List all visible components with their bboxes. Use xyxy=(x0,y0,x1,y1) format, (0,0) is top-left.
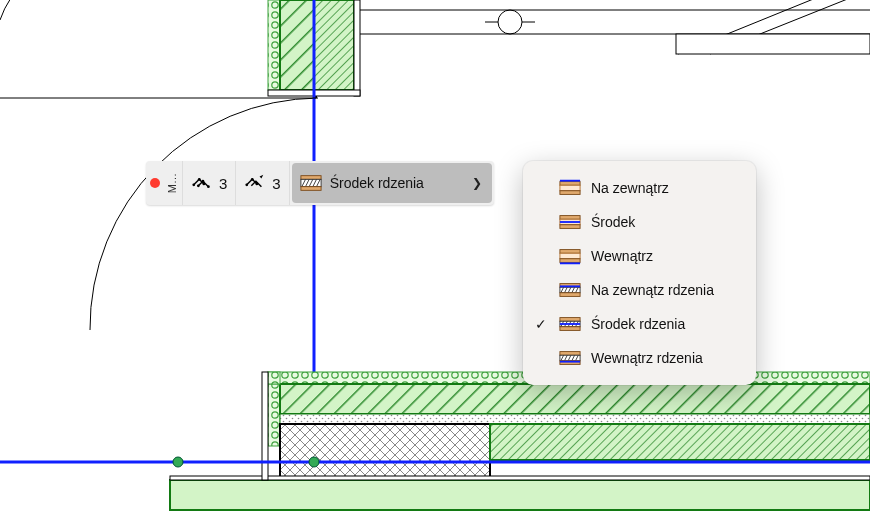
menu-item-srodek-rdzenia[interactable]: ✓ Środek rdzenia xyxy=(527,307,752,341)
menu-item-label: Wewnątrz xyxy=(591,248,740,264)
svg-rect-28 xyxy=(280,414,870,424)
svg-point-37 xyxy=(173,457,183,467)
svg-rect-27 xyxy=(280,384,870,414)
menu-item-label: Środek xyxy=(591,214,740,230)
svg-rect-52 xyxy=(560,182,580,186)
wall-join-b-icon xyxy=(244,172,266,194)
svg-rect-72 xyxy=(560,352,580,356)
svg-rect-34 xyxy=(268,372,280,384)
ref-solid-center-icon xyxy=(559,211,581,233)
record-dot-icon xyxy=(150,178,160,188)
svg-rect-33 xyxy=(170,476,870,480)
svg-point-13 xyxy=(498,10,522,34)
svg-rect-54 xyxy=(560,191,580,195)
menu-item-label: Wewnątrz rdzenia xyxy=(591,350,740,366)
svg-point-47 xyxy=(251,178,254,181)
ref-solid-outer-icon xyxy=(559,177,581,199)
svg-rect-58 xyxy=(560,225,580,229)
toolbar-modify-seg[interactable]: M… xyxy=(146,161,183,205)
svg-rect-18 xyxy=(676,34,870,54)
wall-join-a-icon xyxy=(191,172,213,194)
svg-rect-20 xyxy=(280,0,314,90)
svg-rect-70 xyxy=(560,327,580,331)
svg-rect-32 xyxy=(170,480,870,510)
chevron-right-icon: ❯ xyxy=(472,176,482,190)
svg-rect-35 xyxy=(262,372,268,480)
svg-rect-60 xyxy=(560,250,580,254)
menu-item-label: Środek rdzenia xyxy=(591,316,740,332)
ref-solid-inner-icon xyxy=(559,245,581,267)
menu-item-wewnatrz-rdzenia[interactable]: Wewnątrz rdzenia xyxy=(527,341,752,375)
menu-item-label: Na zewnątz rdzenia xyxy=(591,282,740,298)
svg-rect-51 xyxy=(301,187,321,191)
cad-canvas[interactable]: M… 3 3 Środek rdzeni xyxy=(0,0,870,516)
menu-item-wewnatrz[interactable]: Wewnątrz xyxy=(527,239,752,273)
svg-rect-62 xyxy=(560,259,580,263)
join-a-count: 3 xyxy=(219,175,227,192)
svg-point-45 xyxy=(207,185,210,188)
svg-rect-56 xyxy=(560,216,580,220)
svg-rect-19 xyxy=(268,0,280,90)
join-b-count: 3 xyxy=(272,175,280,192)
ref-line-dropdown[interactable]: Środek rdzenia ❯ xyxy=(292,163,492,203)
menu-item-label: Na zewnątrz xyxy=(591,180,740,196)
svg-point-43 xyxy=(197,184,200,187)
svg-point-42 xyxy=(202,183,205,186)
svg-rect-26 xyxy=(268,384,280,446)
svg-rect-21 xyxy=(314,0,354,90)
menu-item-srodek[interactable]: Środek xyxy=(527,205,752,239)
svg-point-44 xyxy=(202,180,205,183)
check-icon: ✓ xyxy=(533,316,549,332)
svg-rect-22 xyxy=(354,0,360,96)
toolbar-join-a[interactable]: 3 xyxy=(183,161,236,205)
svg-rect-61 xyxy=(560,253,580,259)
ref-line-dropdown-label: Środek rdzenia xyxy=(330,175,424,191)
svg-rect-29 xyxy=(280,424,490,480)
svg-point-41 xyxy=(198,178,201,181)
svg-rect-49 xyxy=(301,176,321,180)
menu-item-na-zewnatrz[interactable]: Na zewnątrz xyxy=(527,171,752,205)
ref-hatch-outer-icon xyxy=(559,279,581,301)
svg-point-38 xyxy=(309,457,319,467)
ref-hatch-inner-icon xyxy=(559,347,581,369)
modify-label: M… xyxy=(166,171,178,195)
svg-point-48 xyxy=(256,183,259,186)
ref-hatch-center-icon xyxy=(559,313,581,335)
svg-rect-66 xyxy=(560,293,580,297)
ref-line-menu: Na zewnątrz Środek Wewnątrz xyxy=(523,161,756,385)
svg-point-40 xyxy=(192,183,195,186)
svg-point-46 xyxy=(246,183,249,186)
ref-line-hatch-icon xyxy=(300,172,322,194)
menu-item-na-zewnatrz-rdzenia[interactable]: Na zewnątz rdzenia xyxy=(527,273,752,307)
svg-rect-68 xyxy=(560,318,580,322)
svg-rect-31 xyxy=(490,424,870,460)
toolbar-join-b[interactable]: 3 xyxy=(236,161,289,205)
wall-edit-toolbar: M… 3 3 Środek rdzeni xyxy=(146,161,494,205)
svg-rect-53 xyxy=(560,185,580,191)
